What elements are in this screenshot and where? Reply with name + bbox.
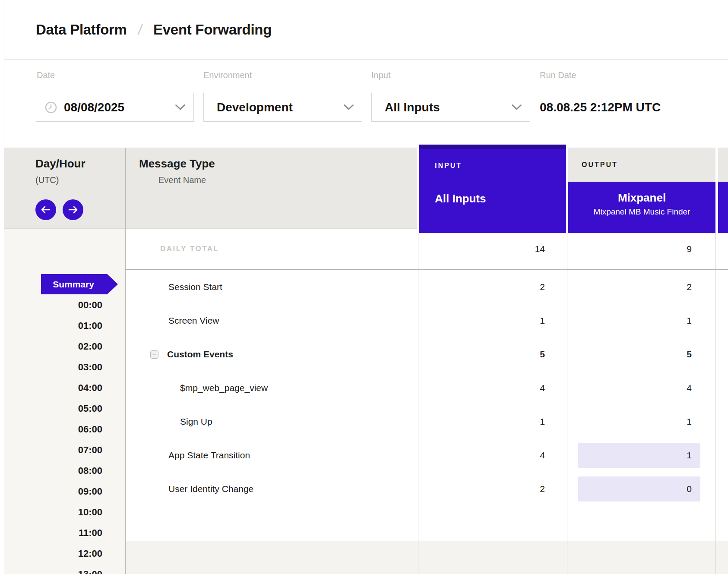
input-group-label: INPUT [435, 162, 462, 170]
table-row-sub: $mp_web_page_view 4 4 [126, 371, 728, 405]
breadcrumb-section[interactable]: Data Platform [36, 22, 127, 38]
environment-label: Environment [203, 70, 252, 80]
run-date-label: Run Date [540, 70, 576, 80]
hour-slot-03[interactable]: 03:00 [4, 361, 102, 373]
event-name: $mp_web_page_view [126, 371, 268, 405]
breadcrumb: Data Platform / Event Forwarding [4, 0, 728, 60]
day-hour-column-title: Day/Hour [35, 157, 85, 170]
event-name: Session Start [126, 270, 222, 304]
hour-slot-09[interactable]: 09:00 [4, 486, 102, 498]
input-count: 1 [418, 405, 545, 438]
hour-slot-11[interactable]: 11:00 [4, 527, 102, 539]
hour-slot-13[interactable]: 13:00 [4, 568, 102, 574]
next-day-button[interactable] [63, 199, 83, 220]
output-column-name: Mixpanel [568, 191, 715, 204]
page-title: Event Forwarding [153, 22, 272, 38]
event-forwarding-page: Data Platform / Event Forwarding Date En… [0, 0, 728, 574]
hour-slot-07[interactable]: 07:00 [4, 444, 102, 456]
hour-slot-06[interactable]: 06:00 [4, 423, 102, 435]
hour-slot-12[interactable]: 12:00 [4, 548, 102, 560]
summary-tab[interactable]: Summary [41, 274, 118, 294]
chevron-down-icon [175, 104, 186, 110]
output-column-subtitle: Mixpanel MB Music Finder [568, 207, 715, 217]
input-label: Input [371, 70, 390, 80]
message-type-column-title: Message Type [139, 157, 215, 170]
hour-slot-04[interactable]: 04:00 [4, 382, 102, 394]
output-count-highlighted: 1 [578, 443, 700, 468]
event-name: User Identity Change [126, 472, 253, 506]
output-count: 5 [568, 337, 692, 371]
hour-slot-10[interactable]: 10:00 [4, 506, 102, 518]
event-name: Sign Up [126, 405, 212, 438]
table-row: Screen View 1 1 [126, 304, 728, 337]
clock-icon [45, 101, 57, 114]
run-date-value: 08.08.25 2:12PM UTC [540, 93, 661, 122]
daily-total-label: DAILY TOTAL [160, 229, 219, 269]
input-dropdown[interactable]: All Inputs [371, 93, 530, 122]
table-row: Session Start 2 2 [126, 270, 728, 304]
table-row: User Identity Change 2 0 [126, 472, 728, 506]
environment-value: Development [217, 101, 343, 114]
event-name: App State Transition [126, 438, 250, 472]
input-count: 2 [418, 472, 545, 506]
summary-tab-label: Summary [53, 279, 94, 290]
message-type-column-subtitle: Event Name [158, 175, 206, 185]
breadcrumb-separator: / [137, 21, 143, 38]
environment-dropdown[interactable]: Development [203, 93, 362, 122]
input-column-header-accent-strip [419, 145, 566, 149]
output-count: 1 [568, 304, 692, 337]
daily-total-row: DAILY TOTAL 14 9 [126, 229, 728, 270]
input-count: 4 [418, 438, 545, 472]
daily-total-input-value: 14 [418, 229, 545, 269]
table-row-group: − Custom Events 5 5 [126, 337, 728, 371]
day-hour-column-subtitle: (UTC) [35, 175, 59, 185]
daily-total-output-value: 9 [568, 229, 692, 269]
hour-slot-00[interactable]: 00:00 [4, 299, 102, 311]
input-count: 5 [418, 337, 545, 371]
collapse-icon[interactable]: − [150, 350, 158, 359]
date-dropdown[interactable]: 08/08/2025 [36, 93, 194, 122]
output-group-label: OUTPUT [582, 161, 618, 169]
event-group-name: − Custom Events [126, 337, 233, 371]
output-count: 4 [568, 371, 692, 405]
chevron-down-icon [511, 104, 522, 110]
hour-slot-02[interactable]: 02:00 [4, 341, 102, 353]
hour-slot-01[interactable]: 01:00 [4, 320, 102, 332]
table-row: App State Transition 4 1 [126, 438, 728, 472]
input-column-name: All Inputs [435, 192, 486, 205]
input-count: 4 [418, 371, 545, 405]
date-value: 08/08/2025 [64, 101, 175, 114]
output-count: 1 [568, 405, 692, 438]
hour-slot-08[interactable]: 08:00 [4, 465, 102, 477]
date-label: Date [37, 70, 55, 80]
output-count-highlighted: 0 [578, 476, 700, 501]
output-count: 2 [568, 270, 692, 304]
table-footer-area [126, 541, 728, 574]
input-column-header[interactable]: INPUT All Inputs [419, 145, 566, 233]
input-value: All Inputs [385, 101, 511, 114]
table-row-sub: Sign Up 1 1 [126, 405, 728, 438]
previous-day-button[interactable] [35, 199, 56, 220]
input-count: 1 [418, 304, 545, 337]
chevron-down-icon [343, 104, 354, 110]
hour-slot-05[interactable]: 05:00 [4, 403, 102, 415]
arrow-right-icon [68, 206, 78, 214]
event-name: Custom Events [167, 349, 233, 360]
event-name: Screen View [126, 304, 219, 337]
output-column-header-partial [718, 182, 728, 233]
arrow-left-icon [41, 206, 51, 214]
input-count: 2 [418, 270, 545, 304]
event-rows: Session Start 2 2 Screen View 1 1 − Cust… [126, 270, 728, 506]
output-column-header-mixpanel[interactable]: Mixpanel Mixpanel MB Music Finder [568, 182, 715, 233]
